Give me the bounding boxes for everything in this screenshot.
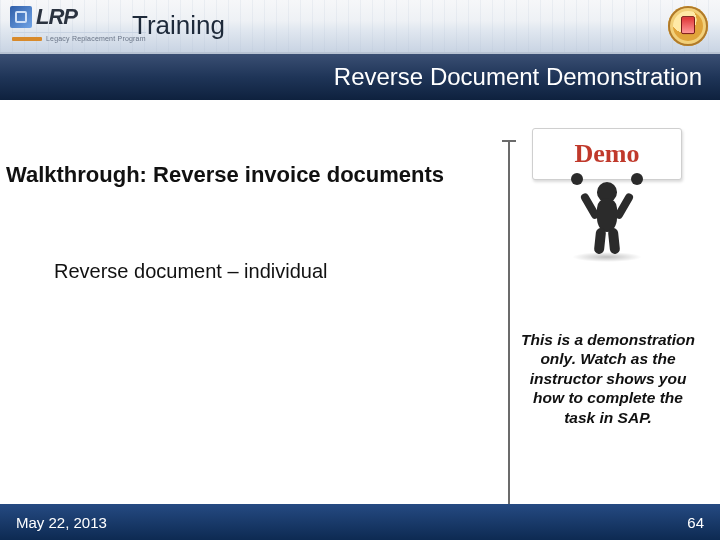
header-band: LRP Legacy Replacement Program Training [0, 0, 720, 54]
demo-note-text: This is a demonstration only. Watch as t… [516, 330, 700, 427]
sub-header-bar: Reverse Document Demonstration [0, 54, 720, 100]
sub-header-title: Reverse Document Demonstration [334, 63, 702, 91]
walkthrough-sub-point: Reverse document – individual [54, 260, 328, 283]
slide: LRP Legacy Replacement Program Training … [0, 0, 720, 540]
org-seal-icon [668, 6, 708, 46]
demo-sign-label: Demo [575, 139, 640, 169]
lrp-mark-icon [10, 6, 32, 28]
lrp-logo-block: LRP Legacy Replacement Program [10, 4, 146, 42]
header-title: Training [132, 10, 225, 41]
lrp-logo: LRP [10, 4, 146, 30]
vertical-divider-icon [508, 140, 510, 510]
lrp-logo-subtext: Legacy Replacement Program [12, 32, 146, 42]
footer-date: May 22, 2013 [16, 514, 107, 531]
walkthrough-heading: Walkthrough: Reverse invoice documents [6, 162, 444, 188]
demo-figure-icon [567, 174, 647, 256]
footer-bar: May 22, 2013 64 [0, 504, 720, 540]
demo-sign: Demo [532, 128, 682, 180]
demo-graphic: Demo [522, 128, 692, 256]
slide-body: Walkthrough: Reverse invoice documents R… [0, 100, 720, 504]
lrp-logo-text: LRP [36, 4, 77, 30]
lrp-sub-label: Legacy Replacement Program [46, 35, 146, 42]
lrp-sub-bar-icon [12, 37, 42, 41]
footer-page-number: 64 [687, 514, 704, 531]
